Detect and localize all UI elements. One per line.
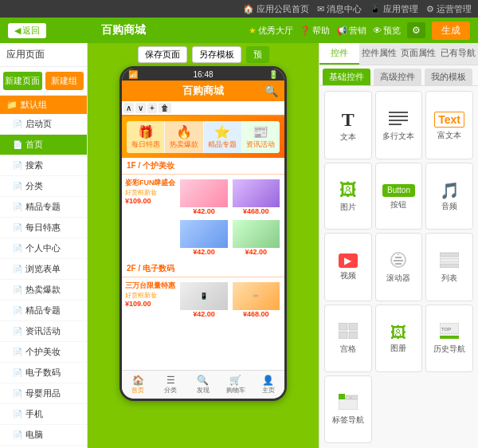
component-gallery[interactable]: 🖼 图册 <box>375 305 423 372</box>
phone-nav-category[interactable]: ☰ 分类 <box>155 371 187 399</box>
phone-product-3[interactable]: ¥42.00 <box>178 218 229 257</box>
nav-homepage[interactable]: 🏠 应用公民首页 <box>243 3 309 15</box>
phone-product-6[interactable]: ✏ ¥468.00 <box>231 281 281 320</box>
phone-product-5[interactable]: 📱 ¥42.00 <box>178 281 229 320</box>
tab-controls[interactable]: 控件 <box>319 43 359 65</box>
component-rich[interactable]: Text 富文本 <box>425 91 473 159</box>
component-scroller[interactable]: 滚动器 <box>375 233 423 301</box>
banner-item-daily[interactable]: 🎁 每日特惠 <box>127 121 164 153</box>
text-component-icon: T <box>342 110 355 129</box>
phone-tab-up[interactable]: ∧ <box>123 103 134 113</box>
component-image[interactable]: 🖼 图片 <box>324 163 372 230</box>
svg-rect-2 <box>389 120 408 121</box>
home-nav-icon: 🏠 <box>132 375 144 386</box>
component-button[interactable]: Button 按钮 <box>375 163 423 230</box>
component-list[interactable]: 列表 <box>425 233 473 301</box>
svg-rect-9 <box>440 253 459 257</box>
new-page-button[interactable]: 新建页面 <box>3 72 42 90</box>
banner-item-featured[interactable]: ⭐ 精品专题 <box>204 121 241 153</box>
preview-toggle-button[interactable]: 预 <box>246 46 269 63</box>
phone-nav-cart[interactable]: 🛒 购物车 <box>219 371 252 399</box>
signal-indicator: 📶 <box>128 70 138 79</box>
phone-search-icon[interactable]: 🔍 <box>264 84 278 97</box>
sidebar-item-browse[interactable]: 📄 浏览表单 <box>0 259 87 280</box>
phone-tab-add[interactable]: + <box>147 103 157 113</box>
help-action[interactable]: ❓ 帮助 <box>300 25 330 37</box>
sidebar-item-phone[interactable]: 📄 手机 <box>0 404 87 425</box>
banner-item-news[interactable]: 📰 资讯活动 <box>242 121 280 153</box>
comp-tab-advanced[interactable]: 高级控件 <box>374 69 421 85</box>
page-icon: 📄 <box>13 389 22 398</box>
sidebar-item-computer[interactable]: 📄 电脑 <box>0 425 87 446</box>
phone-product-1[interactable]: ¥42.00 <box>178 178 229 217</box>
svg-rect-21 <box>346 395 351 399</box>
sidebar-item-launchpage[interactable]: 📄 启动页 <box>0 114 87 135</box>
new-group-button[interactable]: 新建组 <box>45 72 84 90</box>
phone-tab-delete[interactable]: 🗑 <box>159 103 171 113</box>
svg-rect-15 <box>349 332 358 339</box>
sidebar-item-home[interactable]: 📄 首页 <box>0 135 87 155</box>
sidebar-item-baby[interactable]: 📄 母婴用品 <box>0 383 87 404</box>
component-grid[interactable]: 宫格 <box>324 305 372 372</box>
sidebar-item-hot[interactable]: 📄 热卖爆款 <box>0 280 87 301</box>
sidebar-group-default[interactable]: 📁 默认组 <box>0 96 87 114</box>
tab-nav[interactable]: 已有导航 <box>438 43 478 65</box>
nav-actions: ★ 优秀大厅 ❓ 帮助 📢 营销 👁 预览 ⚙ 生成 <box>249 22 470 40</box>
phone-nav-discover[interactable]: 🔍 发现 <box>187 371 220 399</box>
tabnav-component-icon <box>339 394 358 412</box>
generate-button[interactable]: 生成 <box>432 22 470 40</box>
save-page-button[interactable]: 保存页面 <box>138 46 187 63</box>
page-icon: 📄 <box>13 285 22 294</box>
preview-action[interactable]: 👁 预览 <box>373 25 401 37</box>
sidebar-item-beauty[interactable]: 📄 个护美妆 <box>0 342 87 363</box>
top-nav: 🏠 应用公民首页 ✉ 消息中心 📱 应用管理 ⚙ 运营管理 <box>0 0 478 18</box>
svg-rect-17 <box>440 336 459 339</box>
sidebar-item-search[interactable]: 📄 搜索 <box>0 155 87 176</box>
component-tabnav[interactable]: 标签导航 <box>324 375 372 443</box>
phone-tab-down[interactable]: ∨ <box>135 103 146 113</box>
page-icon: 📄 <box>13 244 22 253</box>
component-audio[interactable]: 🎵 音频 <box>425 163 473 230</box>
battery-indicator: 🔋 <box>268 70 278 79</box>
phone-nav-home[interactable]: 🏠 首页 <box>122 371 155 399</box>
phone-time: 16:48 <box>193 70 213 79</box>
nav-messages[interactable]: ✉ 消息中心 <box>317 3 362 15</box>
comp-tab-basic[interactable]: 基础控件 <box>323 69 370 85</box>
phone-product-2[interactable]: ¥468.00 <box>231 178 281 217</box>
sidebar-item-featured[interactable]: 📄 精品专题 <box>0 197 87 218</box>
phone-app-bar: 百购商城 🔍 <box>122 81 284 101</box>
component-multiline[interactable]: 多行文本 <box>375 91 423 159</box>
phone-nav-user[interactable]: 👤 主页 <box>252 371 284 399</box>
video-component-icon: ▶ <box>339 253 358 268</box>
nav-app-manage[interactable]: 📱 应用管理 <box>370 3 418 15</box>
banner-item-hot[interactable]: 🔥 热卖爆款 <box>165 121 202 153</box>
tab-control-props[interactable]: 控件属性 <box>359 43 399 65</box>
main-layout: 应用页面 新建页面 新建组 📁 默认组 📄 启动页 📄 首页 📄 搜索 📄 分类… <box>0 43 478 448</box>
phone-status-bar: 📶 16:48 🔋 <box>122 69 284 81</box>
gear-button[interactable]: ⚙ <box>407 22 425 38</box>
svg-rect-0 <box>389 112 408 113</box>
product-image: ✏ <box>233 282 280 310</box>
favorite-action[interactable]: ★ 优秀大厅 <box>249 25 293 37</box>
nav-ops[interactable]: ⚙ 运营管理 <box>426 3 472 15</box>
sidebar-item-category[interactable]: 📄 分类 <box>0 176 87 197</box>
sidebar-item-daily[interactable]: 📄 每日特惠 <box>0 218 87 238</box>
sidebar-item-featured2[interactable]: 📄 精品专题 <box>0 301 87 321</box>
comp-tab-template[interactable]: 我的模板 <box>425 69 472 85</box>
phone-banner: 🎁 每日特惠 🔥 热卖爆款 ⭐ 精品专题 <box>127 121 280 153</box>
sidebar-item-news[interactable]: 📄 资讯活动 <box>0 321 87 342</box>
component-history[interactable]: TOP 历史导航 <box>425 305 473 372</box>
phone-product-4[interactable]: ¥42.00 <box>231 218 281 257</box>
product-image <box>233 179 280 207</box>
category-nav-icon: ☰ <box>167 375 175 386</box>
promote-action[interactable]: 📢 营销 <box>336 25 366 37</box>
phone-products2: 📱 ¥42.00 ✏ ¥468.00 <box>178 281 281 320</box>
component-text[interactable]: T 文本 <box>324 91 372 159</box>
sidebar-item-electronics[interactable]: 📄 电子数码 <box>0 363 87 383</box>
sidebar-item-profile[interactable]: 📄 个人中心 <box>0 238 87 259</box>
tab-page-props[interactable]: 页面属性 <box>399 43 439 65</box>
save-template-button[interactable]: 另存模板 <box>192 46 241 63</box>
component-video[interactable]: ▶ 视频 <box>324 233 372 301</box>
svg-rect-11 <box>440 264 459 268</box>
rich-component-icon: Text <box>434 112 464 128</box>
